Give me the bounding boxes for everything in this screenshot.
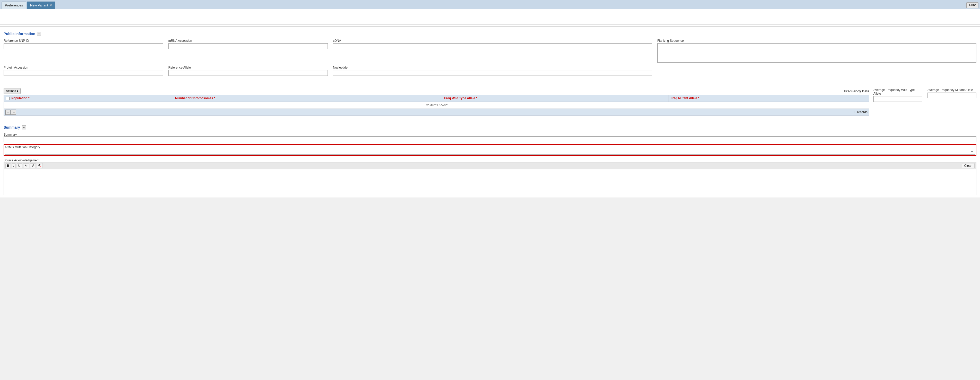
- freq-data-label: Frequency Data: [844, 89, 869, 93]
- public-info-header: Public Information −: [3, 32, 977, 36]
- reference-snp-id-input[interactable]: [3, 43, 163, 49]
- summary-label: Summary: [3, 133, 17, 136]
- close-icon[interactable]: ✕: [50, 3, 52, 7]
- toolbar-superscript[interactable]: x2: [30, 163, 36, 168]
- field-avg-freq-wild-type: Average Frequency Wild Type Allele: [873, 88, 922, 102]
- source-ack-editor[interactable]: [3, 169, 977, 195]
- summary-input[interactable]: [3, 136, 977, 142]
- field-cdna: cDNA: [333, 39, 652, 49]
- col-population-label: Population *: [11, 96, 29, 100]
- section-divider-1: [0, 120, 980, 120]
- field-flanking-sequence: Flanking Sequence: [657, 39, 977, 63]
- toolbar-clear-format[interactable]: Tx: [37, 163, 43, 168]
- mrna-accession-input[interactable]: [169, 43, 328, 49]
- field-protein-accession: Protein Accession: [3, 66, 163, 76]
- select-all-checkbox[interactable]: [6, 97, 10, 100]
- frequency-table: Population * Number of Chromosomes * Fre…: [3, 95, 869, 109]
- actions-button[interactable]: Actions ▾: [3, 88, 21, 94]
- reference-allele-label: Reference Allele: [169, 66, 328, 69]
- col-population: Population *: [4, 95, 173, 102]
- print-button[interactable]: Print: [966, 2, 978, 8]
- table-footer: + − 0 records: [3, 109, 869, 116]
- flanking-sequence-input[interactable]: [657, 43, 977, 63]
- source-ack-label: Source Acknowledgement: [3, 158, 40, 162]
- nucleotide-label: Nucleotide: [333, 66, 652, 69]
- form-row-2: Protein Accession Reference Allele Nucle…: [3, 66, 977, 85]
- freq-header-row: Actions ▾ Frequency Data: [3, 88, 869, 94]
- col-freq-mutant: Freq Mutant Allele *: [668, 95, 869, 102]
- avg-freq-mutant-label: Average Frequency Mutant Allele: [928, 88, 977, 92]
- avg-freq-row: Average Frequency Wild Type Allele Avera…: [873, 88, 977, 102]
- top-divider: [0, 26, 980, 27]
- col-chromosomes: Number of Chromosomes *: [173, 95, 442, 102]
- actions-dropdown-icon: ▾: [17, 89, 18, 93]
- summary-title: Summary: [3, 125, 20, 129]
- field-nucleotide: Nucleotide: [333, 66, 652, 76]
- freq-table-container: Actions ▾ Frequency Data Population *: [3, 88, 869, 116]
- top-area: [0, 9, 980, 25]
- field-avg-freq-mutant: Average Frequency Mutant Allele: [928, 88, 977, 102]
- toolbar-bold[interactable]: B: [5, 163, 11, 168]
- remove-row-button[interactable]: −: [11, 110, 16, 115]
- tab-preferences[interactable]: Preferences: [2, 2, 26, 9]
- table-empty-row: No Items Found: [4, 102, 869, 109]
- summary-section: Summary − Summary ACMG Mutation Category…: [0, 122, 980, 198]
- public-info-title: Public Information: [3, 32, 35, 36]
- toolbar-italic[interactable]: I: [12, 163, 16, 168]
- public-information-section: Public Information − Reference SNP ID mR…: [0, 28, 980, 118]
- field-reference-snp-id: Reference SNP ID: [3, 39, 163, 49]
- avg-freq-mutant-input[interactable]: [928, 93, 977, 98]
- source-ack-section: Source Acknowledgement B I U X2 x2 Tx Cl…: [3, 158, 977, 195]
- mrna-accession-label: mRNA Accession: [169, 39, 328, 43]
- tab-new-variant[interactable]: New Variant ✕: [27, 2, 56, 9]
- public-info-collapse[interactable]: −: [37, 32, 41, 36]
- acmg-select[interactable]: Benign Likely Benign Uncertain Significa…: [5, 149, 975, 155]
- page-wrapper: Preferences New Variant ✕ Print Public I…: [0, 0, 980, 380]
- actions-label: Actions: [6, 89, 16, 93]
- records-count: 0 records: [854, 110, 867, 114]
- add-remove-buttons: + −: [5, 110, 16, 115]
- form-row-1: Reference SNP ID mRNA Accession cDNA Fla…: [3, 39, 977, 63]
- clean-button[interactable]: Clean: [962, 163, 975, 168]
- summary-header: Summary −: [3, 125, 977, 129]
- avg-freq-wild-label: Average Frequency Wild Type Allele: [873, 88, 922, 96]
- source-ack-toolbar: B I U X2 x2 Tx Clean: [3, 162, 977, 169]
- reference-snp-id-label: Reference SNP ID: [3, 39, 163, 43]
- main-content: Public Information − Reference SNP ID mR…: [0, 9, 980, 198]
- toolbar-underline[interactable]: U: [17, 163, 22, 168]
- field-reference-allele: Reference Allele: [169, 66, 328, 76]
- protein-accession-label: Protein Accession: [3, 66, 163, 69]
- empty-message: No Items Found: [4, 102, 869, 109]
- summary-field-wrapper: Summary: [3, 133, 977, 142]
- reference-allele-input[interactable]: [169, 70, 328, 76]
- col-freq-wild-type: Freq Wild Type Allele *: [442, 95, 668, 102]
- summary-collapse[interactable]: −: [22, 125, 26, 129]
- nucleotide-input[interactable]: [333, 70, 652, 76]
- acmg-wrapper: ACMG Mutation Category Benign Likely Ben…: [3, 144, 977, 156]
- freq-right: Average Frequency Wild Type Allele Avera…: [873, 88, 977, 102]
- toolbar-subscript[interactable]: X2: [23, 163, 29, 168]
- freq-section: Actions ▾ Frequency Data Population *: [3, 88, 977, 116]
- tab-bar: Preferences New Variant ✕ Print: [0, 0, 980, 9]
- flanking-sequence-label: Flanking Sequence: [657, 39, 977, 43]
- preferences-tab-label: Preferences: [5, 3, 23, 7]
- field-mrna-accession: mRNA Accession: [169, 39, 328, 49]
- new-variant-tab-label: New Variant: [30, 3, 48, 7]
- avg-freq-wild-input[interactable]: [873, 96, 922, 102]
- cdna-input[interactable]: [333, 43, 652, 49]
- acmg-label: ACMG Mutation Category: [5, 145, 40, 149]
- cdna-label: cDNA: [333, 39, 652, 43]
- acmg-select-container: Benign Likely Benign Uncertain Significa…: [5, 149, 975, 155]
- add-row-button[interactable]: +: [5, 110, 11, 115]
- protein-accession-input[interactable]: [3, 70, 163, 76]
